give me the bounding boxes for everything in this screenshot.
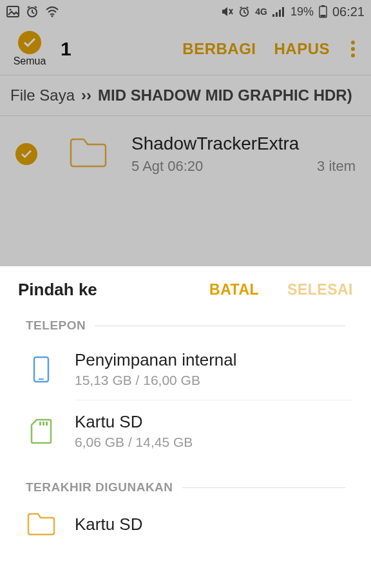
svg-rect-8 — [282, 7, 284, 17]
svg-rect-11 — [320, 15, 325, 17]
picture-icon — [6, 6, 19, 17]
svg-rect-15 — [43, 422, 44, 426]
battery-percent: 19% — [290, 5, 314, 19]
file-date: 5 Agt 06:20 — [131, 158, 203, 175]
breadcrumb-root: File Saya — [10, 86, 75, 104]
dest-usage: 15,13 GB / 16,00 GB — [75, 373, 237, 388]
svg-rect-16 — [46, 422, 48, 426]
dest-usage: 6,06 GB / 14,45 GB — [75, 435, 193, 450]
mute-icon — [220, 5, 233, 18]
delete-button[interactable]: HAPUS — [274, 40, 330, 58]
file-item-count: 3 item — [317, 158, 356, 175]
signal-icon — [272, 6, 285, 17]
done-button[interactable]: SELESAI — [287, 281, 353, 299]
checkmark-icon — [18, 31, 41, 54]
dest-name: Penyimpanan internal — [75, 350, 237, 370]
sheet-title: Pindah ke — [18, 280, 209, 300]
section-recent-label: TERAKHIR DIGUNAKAN — [0, 475, 371, 500]
share-button[interactable]: BERBAGI — [182, 40, 256, 58]
move-to-sheet: Pindah ke BATAL SELESAI TELEPON Penyimpa… — [0, 266, 371, 548]
breadcrumb[interactable]: File Saya ›› MID SHADOW MID GRAPHIC HDR) — [0, 75, 371, 116]
dest-recent-sd[interactable]: Kartu SD — [0, 500, 371, 548]
battery-icon — [319, 5, 327, 18]
dest-sd-card[interactable]: Kartu SD 6,06 GB / 14,45 GB — [0, 400, 371, 462]
svg-rect-10 — [321, 5, 325, 6]
dest-name: Kartu SD — [75, 514, 143, 534]
background-dimmed: 4G 19% 06:21 Semua 1 BERBAGI HAPUS File … — [0, 0, 371, 266]
file-list-item[interactable]: ShadowTrackerExtra 5 Agt 06:20 3 item — [0, 116, 371, 192]
svg-rect-13 — [39, 378, 44, 380]
selection-action-bar: Semua 1 BERBAGI HAPUS — [0, 23, 371, 75]
clock-time: 06:21 — [332, 5, 365, 19]
svg-rect-6 — [276, 12, 278, 17]
alarm-small-icon — [238, 6, 250, 17]
svg-rect-12 — [34, 357, 48, 382]
wifi-icon — [45, 6, 59, 17]
svg-rect-5 — [272, 14, 274, 17]
row-checkmark-icon[interactable] — [15, 143, 37, 165]
dest-internal-storage[interactable]: Penyimpanan internal 15,13 GB / 16,00 GB — [0, 338, 371, 400]
alarm-icon — [26, 5, 39, 18]
svg-point-1 — [10, 9, 12, 11]
selection-count: 1 — [61, 38, 71, 60]
svg-rect-7 — [279, 10, 281, 17]
chevron-right-icon: ›› — [81, 86, 91, 104]
select-all-label: Semua — [14, 55, 46, 67]
overflow-menu-button[interactable] — [345, 41, 361, 57]
network-type: 4G — [255, 6, 267, 17]
sheet-header: Pindah ke BATAL SELESAI — [0, 266, 371, 313]
folder-icon — [68, 137, 108, 172]
breadcrumb-path: MID SHADOW MID GRAPHIC HDR) — [98, 86, 352, 104]
phone-icon — [26, 356, 57, 383]
dest-name: Kartu SD — [75, 412, 193, 432]
section-phone-label: TELEPON — [0, 313, 371, 338]
select-all-toggle[interactable]: Semua — [10, 31, 49, 67]
status-bar: 4G 19% 06:21 — [0, 0, 371, 23]
svg-rect-14 — [39, 422, 41, 426]
svg-point-3 — [52, 15, 53, 17]
folder-icon — [26, 512, 57, 536]
cancel-button[interactable]: BATAL — [209, 281, 259, 299]
file-name: ShadowTrackerExtra — [131, 133, 356, 154]
sd-card-icon — [26, 418, 57, 444]
